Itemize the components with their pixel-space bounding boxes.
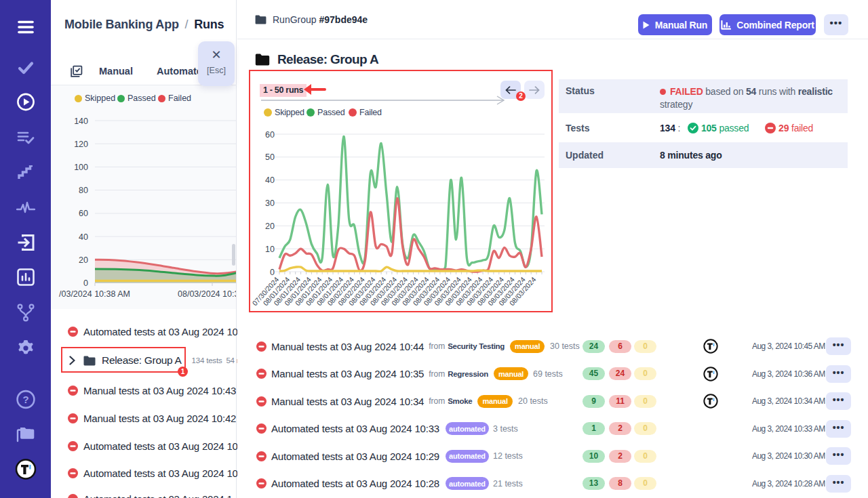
svg-text:60: 60	[265, 130, 275, 140]
svg-text:120: 120	[74, 140, 88, 149]
svg-text:0: 0	[83, 278, 88, 288]
svg-text:30: 30	[265, 199, 275, 208]
svg-text:40: 40	[265, 175, 275, 185]
svg-text:60: 60	[79, 209, 88, 218]
svg-text:50: 50	[265, 152, 275, 162]
svg-text:08/03/2024 10:39: 08/03/2024 10:39	[178, 289, 236, 299]
svg-text:/03/2024 10:38 AM: /03/2024 10:38 AM	[59, 289, 130, 299]
svg-text:20: 20	[265, 222, 275, 231]
svg-text:?: ?	[22, 394, 28, 405]
svg-text:40: 40	[79, 232, 88, 242]
svg-text:100: 100	[74, 163, 88, 172]
svg-text:80: 80	[79, 186, 88, 195]
svg-text:10: 10	[265, 245, 275, 254]
svg-text:20: 20	[79, 255, 88, 265]
svg-text:140: 140	[74, 117, 88, 126]
